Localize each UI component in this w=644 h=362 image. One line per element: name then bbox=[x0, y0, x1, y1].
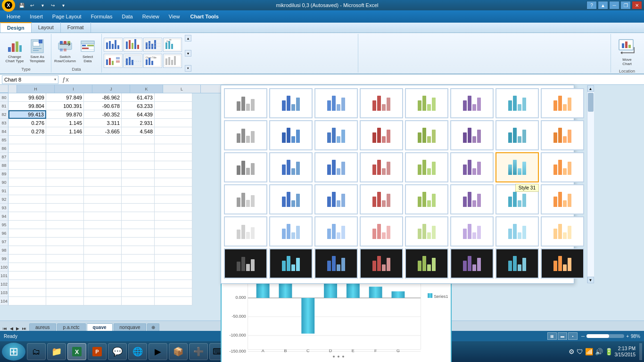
ribbon-toggle[interactable]: ▲ bbox=[598, 1, 608, 9]
layout-2[interactable] bbox=[124, 38, 142, 52]
move-chart-button[interactable]: MoveChart bbox=[614, 35, 640, 68]
cell-L82[interactable] bbox=[155, 110, 192, 119]
cell-H83[interactable]: 0.276 bbox=[8, 119, 46, 127]
style-17[interactable] bbox=[224, 152, 267, 182]
taskbar-media[interactable]: ▶ bbox=[149, 343, 167, 360]
tray-antivirus[interactable]: 🛡 bbox=[577, 348, 583, 355]
col-header-H[interactable]: H bbox=[17, 85, 55, 93]
style-28[interactable] bbox=[360, 184, 403, 214]
scrollbar-down[interactable]: ▼ bbox=[587, 277, 594, 283]
layout-8[interactable] bbox=[163, 54, 182, 68]
style-19[interactable] bbox=[314, 152, 358, 182]
style-8[interactable] bbox=[541, 88, 584, 118]
style-34[interactable] bbox=[269, 216, 313, 247]
style-22[interactable] bbox=[450, 152, 494, 182]
style-48[interactable] bbox=[541, 248, 584, 279]
taskbar-folder[interactable]: 📁 bbox=[47, 343, 66, 360]
scrollbar-up[interactable]: ▲ bbox=[587, 85, 594, 92]
save-button[interactable]: 💾 bbox=[17, 1, 26, 9]
col-header-L[interactable]: L bbox=[163, 85, 201, 93]
sheet-nav-last[interactable]: ⏭ bbox=[21, 326, 27, 331]
cell-J84[interactable]: -3.665 bbox=[84, 127, 122, 136]
style-43[interactable] bbox=[314, 248, 358, 279]
cell-I82[interactable]: 99.870 bbox=[46, 110, 84, 119]
start-button[interactable]: ⊞ bbox=[2, 343, 25, 361]
layout-7[interactable]: Chart Title bbox=[143, 54, 162, 68]
select-data-button[interactable]: Select Data bbox=[77, 35, 99, 66]
close-button[interactable]: ✕ bbox=[632, 1, 642, 9]
taskbar-excel[interactable]: X bbox=[67, 343, 86, 360]
cell-I80[interactable]: 97.849 bbox=[46, 93, 84, 102]
style-41[interactable] bbox=[224, 248, 267, 279]
cell-K81[interactable]: 63.233 bbox=[122, 102, 155, 110]
style-39[interactable] bbox=[495, 216, 539, 247]
style-47[interactable] bbox=[495, 248, 539, 279]
style-38[interactable] bbox=[450, 216, 494, 247]
style-42[interactable] bbox=[269, 248, 313, 279]
style-18[interactable] bbox=[269, 152, 313, 182]
taskbar-filemanager[interactable]: 🗂 bbox=[27, 343, 46, 360]
tab-format[interactable]: Format bbox=[61, 22, 91, 33]
col-header-K[interactable]: K bbox=[130, 85, 163, 93]
zoom-in-btn[interactable]: + bbox=[626, 334, 629, 339]
style-11[interactable] bbox=[314, 120, 358, 150]
taskbar-chrome[interactable]: 🌐 bbox=[128, 343, 147, 360]
scrollbar-track[interactable] bbox=[587, 92, 594, 277]
cell-H82[interactable]: 99.413 bbox=[8, 110, 46, 119]
style-9[interactable] bbox=[224, 120, 267, 150]
style-2[interactable] bbox=[269, 88, 313, 118]
name-box-dropdown[interactable]: ▾ bbox=[54, 77, 56, 82]
cell-L84[interactable] bbox=[155, 127, 192, 136]
menu-tab-data[interactable]: Data bbox=[117, 11, 137, 22]
style-33b[interactable] bbox=[224, 216, 267, 247]
tray-settings[interactable]: ⚙ bbox=[569, 348, 575, 355]
sheet-tab-aureus[interactable]: aureus bbox=[29, 323, 56, 331]
formula-input[interactable] bbox=[73, 75, 642, 84]
style-15[interactable] bbox=[495, 120, 539, 150]
style-44[interactable] bbox=[360, 248, 403, 279]
style-30[interactable] bbox=[450, 184, 494, 214]
layout-6[interactable] bbox=[124, 54, 142, 68]
cell-J80[interactable]: -86.962 bbox=[84, 93, 122, 102]
style-24[interactable] bbox=[541, 152, 584, 182]
style-5[interactable] bbox=[405, 88, 448, 118]
menu-tab-home[interactable]: Home bbox=[2, 11, 25, 22]
redo-button[interactable]: ↪ bbox=[48, 1, 58, 9]
tab-design[interactable]: Design bbox=[0, 22, 32, 33]
cell-L81[interactable] bbox=[155, 102, 192, 110]
cell-K84[interactable]: 4.548 bbox=[122, 127, 155, 136]
cell-J83[interactable]: 3.311 bbox=[84, 119, 122, 127]
scrollbar-thumb[interactable] bbox=[588, 93, 594, 112]
style-29[interactable] bbox=[405, 184, 448, 214]
menu-tab-formulas[interactable]: Formulas bbox=[86, 11, 117, 22]
tray-battery[interactable]: 🔋 bbox=[605, 348, 613, 355]
undo-button[interactable]: ↩ bbox=[27, 1, 37, 9]
sheet-nav-next[interactable]: ▶ bbox=[15, 326, 20, 331]
layouts-scroll-more[interactable]: ▾ bbox=[185, 65, 191, 72]
cell-I81[interactable]: 100.391 bbox=[46, 102, 84, 110]
cell-J81[interactable]: -90.678 bbox=[84, 102, 122, 110]
style-46[interactable] bbox=[450, 248, 494, 279]
style-4[interactable] bbox=[360, 88, 403, 118]
taskbar-plus[interactable]: ➕ bbox=[189, 343, 208, 360]
style-10[interactable] bbox=[269, 120, 313, 150]
cell-L80[interactable] bbox=[155, 93, 192, 102]
save-as-template-button[interactable]: Save As Template bbox=[26, 35, 48, 66]
cell-I84[interactable]: 1.146 bbox=[46, 127, 84, 136]
switch-row-col-button[interactable]: SwitchRow/Column bbox=[54, 35, 76, 66]
menu-tab-review[interactable]: Review bbox=[138, 11, 164, 22]
style-20[interactable] bbox=[360, 152, 403, 182]
layout-3[interactable] bbox=[143, 38, 162, 52]
sheet-tab-pancelc[interactable]: p.a.nctc bbox=[57, 323, 86, 331]
normal-view-btn[interactable]: ▦ bbox=[547, 332, 557, 340]
tray-network[interactable]: 📶 bbox=[585, 348, 593, 355]
layout-1[interactable] bbox=[104, 38, 123, 52]
undo-dropdown[interactable]: ▾ bbox=[38, 1, 47, 9]
change-chart-type-button[interactable]: ChangeChart Type bbox=[4, 35, 25, 66]
cell-K83[interactable]: 2.931 bbox=[122, 119, 155, 127]
col-header-J[interactable]: J bbox=[92, 85, 130, 93]
style-36[interactable] bbox=[360, 216, 403, 247]
layout-5[interactable] bbox=[104, 54, 123, 68]
page-break-view-btn[interactable]: ▪ bbox=[568, 332, 578, 340]
name-box[interactable]: Chart 8 ▾ bbox=[2, 75, 58, 84]
